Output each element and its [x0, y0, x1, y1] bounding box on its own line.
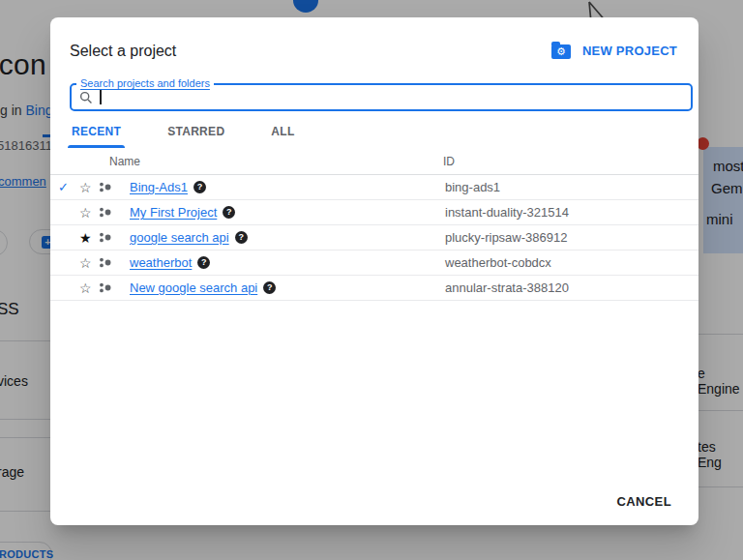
project-name-link[interactable]: New google search api [130, 280, 257, 295]
new-project-button[interactable]: ⚙ NEW PROJECT [551, 42, 677, 59]
project-name-cell: google search api ? [130, 230, 445, 245]
project-name-link[interactable]: Bing-Ads1 [130, 180, 188, 194]
search-field-label: Search projects and folders [76, 77, 214, 89]
star-toggle-icon[interactable]: ☆ [79, 205, 99, 221]
project-id: instant-duality-321514 [445, 205, 698, 220]
star-toggle-icon[interactable]: ☆ [79, 280, 99, 296]
new-project-folder-icon: ⚙ [551, 44, 571, 59]
tab-recent[interactable]: RECENT [70, 125, 123, 148]
project-name-link[interactable]: My First Project [130, 205, 217, 220]
search-icon [79, 91, 93, 104]
project-name-link[interactable]: google search api [130, 230, 229, 245]
project-hierarchy-icon [99, 231, 130, 244]
help-icon[interactable]: ? [223, 206, 235, 219]
project-hierarchy-icon [99, 256, 130, 269]
select-project-dialog: Select a project ⚙ NEW PROJECT Search pr… [50, 17, 698, 525]
new-project-label: NEW PROJECT [582, 44, 677, 58]
table-row[interactable]: ★ google search api ? plucky-ripsaw-3869… [50, 225, 698, 251]
table-row[interactable]: ☆ New google search api ? annular-strata… [50, 276, 698, 301]
star-toggle-icon[interactable]: ☆ [79, 180, 99, 195]
project-id: plucky-ripsaw-386912 [445, 230, 698, 245]
project-name-cell: Bing-Ads1 ? [130, 180, 445, 194]
star-toggle-icon[interactable]: ☆ [79, 255, 99, 271]
project-name-cell: New google search api ? [130, 280, 445, 295]
text-caret [100, 90, 102, 104]
help-icon[interactable]: ? [235, 231, 248, 244]
project-name-link[interactable]: weatherbot [130, 255, 192, 270]
project-id: bing-ads1 [445, 180, 698, 194]
project-hierarchy-icon [99, 181, 130, 193]
help-icon[interactable]: ? [263, 281, 276, 294]
project-id: annular-strata-388120 [445, 280, 698, 295]
table-row[interactable]: ✓ ☆ Bing-Ads1 ? bing-ads1 [50, 175, 698, 200]
help-icon[interactable]: ? [193, 181, 206, 193]
project-tabs: RECENT STARRED ALL [70, 125, 698, 148]
column-header-name: Name [109, 155, 140, 168]
dialog-title: Select a project [70, 43, 176, 60]
column-header-id: ID [443, 155, 455, 168]
selected-check-icon: ✓ [58, 180, 79, 194]
tab-starred[interactable]: STARRED [165, 125, 226, 148]
project-name-cell: weatherbot ? [130, 255, 445, 270]
project-hierarchy-icon [99, 206, 130, 219]
table-row[interactable]: ☆ My First Project ? instant-duality-321… [50, 200, 698, 225]
search-input[interactable]: Search projects and folders [70, 83, 693, 111]
tab-all[interactable]: ALL [269, 125, 296, 148]
star-toggle-icon[interactable]: ★ [79, 230, 99, 246]
cancel-button[interactable]: CANCEL [610, 493, 677, 510]
gear-icon: ⚙ [556, 46, 566, 57]
project-name-cell: My First Project ? [130, 205, 445, 220]
project-table-body: ✓ ☆ Bing-Ads1 ? bing-ads1 ☆ My First Pro… [50, 175, 698, 301]
help-icon[interactable]: ? [197, 256, 210, 269]
project-id: weatherbot-cobdcx [445, 255, 698, 270]
project-hierarchy-icon [99, 281, 130, 294]
table-header: Name ID [50, 148, 698, 175]
table-row[interactable]: ☆ weatherbot ? weatherbot-cobdcx [50, 251, 698, 276]
